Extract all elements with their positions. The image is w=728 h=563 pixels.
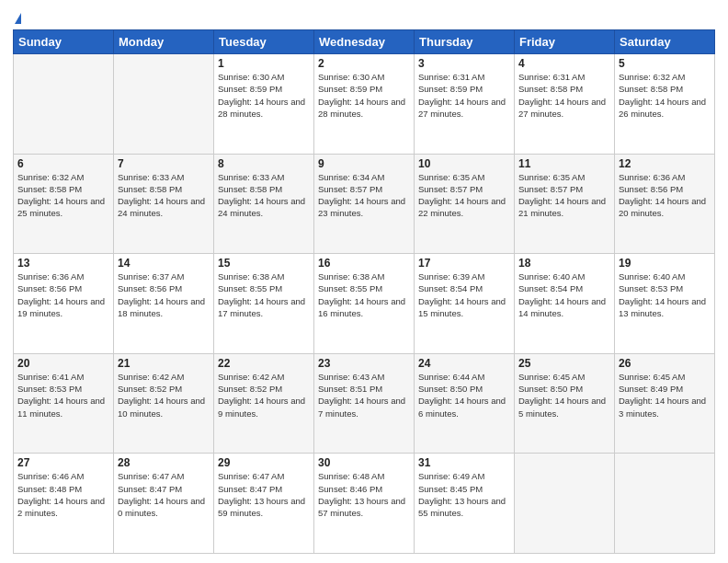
day-info: Sunrise: 6:35 AM Sunset: 8:57 PM Dayligh… [418, 171, 510, 220]
day-info: Sunrise: 6:32 AM Sunset: 8:58 PM Dayligh… [619, 71, 711, 120]
day-number: 9 [318, 157, 410, 170]
day-number: 21 [118, 357, 210, 370]
calendar-cell: 26Sunrise: 6:45 AM Sunset: 8:49 PM Dayli… [615, 353, 715, 454]
day-info: Sunrise: 6:42 AM Sunset: 8:52 PM Dayligh… [218, 371, 310, 419]
day-number: 27 [17, 456, 109, 469]
calendar-cell: 23Sunrise: 6:43 AM Sunset: 8:51 PM Dayli… [314, 353, 415, 454]
day-number: 16 [318, 257, 410, 270]
calendar-cell: 10Sunrise: 6:35 AM Sunset: 8:57 PM Dayli… [415, 154, 515, 254]
calendar-cell: 1Sunrise: 6:30 AM Sunset: 8:59 PM Daylig… [214, 54, 314, 155]
calendar-cell: 15Sunrise: 6:38 AM Sunset: 8:55 PM Dayli… [214, 254, 314, 354]
calendar-cell: 2Sunrise: 6:30 AM Sunset: 8:59 PM Daylig… [314, 54, 415, 155]
day-info: Sunrise: 6:48 AM Sunset: 8:46 PM Dayligh… [318, 470, 410, 519]
day-info: Sunrise: 6:31 AM Sunset: 8:59 PM Dayligh… [418, 71, 510, 120]
day-number: 13 [17, 257, 109, 270]
col-header-friday: Friday [515, 30, 615, 54]
calendar-cell: 14Sunrise: 6:37 AM Sunset: 8:56 PM Dayli… [114, 254, 214, 354]
calendar-cell: 18Sunrise: 6:40 AM Sunset: 8:54 PM Dayli… [515, 254, 615, 354]
calendar-cell: 13Sunrise: 6:36 AM Sunset: 8:56 PM Dayli… [14, 254, 114, 354]
col-header-tuesday: Tuesday [214, 30, 314, 54]
calendar-cell: 3Sunrise: 6:31 AM Sunset: 8:59 PM Daylig… [415, 54, 515, 155]
calendar-cell: 7Sunrise: 6:33 AM Sunset: 8:58 PM Daylig… [114, 154, 214, 254]
calendar-cell: 28Sunrise: 6:47 AM Sunset: 8:47 PM Dayli… [114, 454, 214, 554]
calendar-cell: 5Sunrise: 6:32 AM Sunset: 8:58 PM Daylig… [615, 54, 715, 155]
calendar-cell: 22Sunrise: 6:42 AM Sunset: 8:52 PM Dayli… [214, 353, 314, 454]
col-header-thursday: Thursday [415, 30, 515, 54]
day-info: Sunrise: 6:36 AM Sunset: 8:56 PM Dayligh… [17, 270, 109, 319]
day-number: 3 [418, 57, 510, 70]
day-number: 31 [418, 456, 510, 469]
calendar-cell: 25Sunrise: 6:45 AM Sunset: 8:50 PM Dayli… [515, 353, 615, 454]
page: SundayMondayTuesdayWednesdayThursdayFrid… [0, 0, 728, 563]
day-info: Sunrise: 6:30 AM Sunset: 8:59 PM Dayligh… [218, 71, 310, 120]
logo-triangle-icon [15, 13, 21, 24]
calendar-cell: 27Sunrise: 6:46 AM Sunset: 8:48 PM Dayli… [14, 454, 114, 554]
day-number: 12 [619, 157, 711, 170]
calendar-cell: 20Sunrise: 6:41 AM Sunset: 8:53 PM Dayli… [14, 353, 114, 454]
day-number: 6 [17, 157, 109, 170]
day-number: 17 [418, 257, 510, 270]
day-info: Sunrise: 6:31 AM Sunset: 8:58 PM Dayligh… [518, 71, 610, 120]
day-number: 15 [218, 257, 310, 270]
day-info: Sunrise: 6:33 AM Sunset: 8:58 PM Dayligh… [218, 171, 310, 220]
day-number: 30 [318, 456, 410, 469]
day-number: 10 [418, 157, 510, 170]
calendar-cell: 31Sunrise: 6:49 AM Sunset: 8:45 PM Dayli… [415, 454, 515, 554]
day-number: 4 [518, 57, 610, 70]
day-info: Sunrise: 6:37 AM Sunset: 8:56 PM Dayligh… [118, 270, 210, 319]
calendar-cell: 17Sunrise: 6:39 AM Sunset: 8:54 PM Dayli… [415, 254, 515, 354]
day-number: 8 [218, 157, 310, 170]
day-info: Sunrise: 6:40 AM Sunset: 8:54 PM Dayligh… [518, 270, 610, 319]
day-info: Sunrise: 6:38 AM Sunset: 8:55 PM Dayligh… [218, 270, 310, 319]
calendar-cell: 30Sunrise: 6:48 AM Sunset: 8:46 PM Dayli… [314, 454, 415, 554]
day-info: Sunrise: 6:44 AM Sunset: 8:50 PM Dayligh… [418, 371, 510, 419]
day-info: Sunrise: 6:38 AM Sunset: 8:55 PM Dayligh… [318, 270, 410, 319]
day-number: 24 [418, 357, 510, 370]
day-number: 5 [619, 57, 711, 70]
day-info: Sunrise: 6:47 AM Sunset: 8:47 PM Dayligh… [218, 470, 310, 519]
calendar-cell: 8Sunrise: 6:33 AM Sunset: 8:58 PM Daylig… [214, 154, 314, 254]
day-info: Sunrise: 6:47 AM Sunset: 8:47 PM Dayligh… [118, 470, 210, 519]
day-info: Sunrise: 6:43 AM Sunset: 8:51 PM Dayligh… [318, 371, 410, 419]
calendar-cell: 12Sunrise: 6:36 AM Sunset: 8:56 PM Dayli… [615, 154, 715, 254]
day-number: 19 [619, 257, 711, 270]
day-number: 7 [118, 157, 210, 170]
day-number: 2 [318, 57, 410, 70]
calendar-table: SundayMondayTuesdayWednesdayThursdayFrid… [13, 29, 715, 554]
calendar-cell: 19Sunrise: 6:40 AM Sunset: 8:53 PM Dayli… [615, 254, 715, 354]
day-info: Sunrise: 6:32 AM Sunset: 8:58 PM Dayligh… [17, 171, 109, 220]
day-number: 11 [518, 157, 610, 170]
calendar-cell [615, 454, 715, 554]
calendar-cell: 29Sunrise: 6:47 AM Sunset: 8:47 PM Dayli… [214, 454, 314, 554]
day-number: 29 [218, 456, 310, 469]
calendar-cell: 24Sunrise: 6:44 AM Sunset: 8:50 PM Dayli… [415, 353, 515, 454]
calendar-cell [515, 454, 615, 554]
day-number: 22 [218, 357, 310, 370]
col-header-sunday: Sunday [14, 30, 114, 54]
calendar-cell: 21Sunrise: 6:42 AM Sunset: 8:52 PM Dayli… [114, 353, 214, 454]
day-info: Sunrise: 6:36 AM Sunset: 8:56 PM Dayligh… [619, 171, 711, 220]
day-info: Sunrise: 6:49 AM Sunset: 8:45 PM Dayligh… [418, 470, 510, 519]
day-info: Sunrise: 6:34 AM Sunset: 8:57 PM Dayligh… [318, 171, 410, 220]
calendar-cell: 16Sunrise: 6:38 AM Sunset: 8:55 PM Dayli… [314, 254, 415, 354]
day-info: Sunrise: 6:40 AM Sunset: 8:53 PM Dayligh… [619, 270, 711, 319]
calendar-cell: 11Sunrise: 6:35 AM Sunset: 8:57 PM Dayli… [515, 154, 615, 254]
day-number: 20 [17, 357, 109, 370]
day-number: 23 [318, 357, 410, 370]
day-info: Sunrise: 6:30 AM Sunset: 8:59 PM Dayligh… [318, 71, 410, 120]
day-number: 14 [118, 257, 210, 270]
day-info: Sunrise: 6:33 AM Sunset: 8:58 PM Dayligh… [118, 171, 210, 220]
day-number: 28 [118, 456, 210, 469]
logo [13, 9, 21, 24]
day-number: 18 [518, 257, 610, 270]
col-header-wednesday: Wednesday [314, 30, 415, 54]
calendar-cell: 6Sunrise: 6:32 AM Sunset: 8:58 PM Daylig… [14, 154, 114, 254]
day-info: Sunrise: 6:39 AM Sunset: 8:54 PM Dayligh… [418, 270, 510, 319]
day-number: 25 [518, 357, 610, 370]
day-info: Sunrise: 6:45 AM Sunset: 8:49 PM Dayligh… [619, 371, 711, 419]
day-number: 1 [218, 57, 310, 70]
calendar-cell [114, 54, 214, 155]
day-info: Sunrise: 6:41 AM Sunset: 8:53 PM Dayligh… [17, 371, 109, 419]
day-info: Sunrise: 6:35 AM Sunset: 8:57 PM Dayligh… [518, 171, 610, 220]
calendar-cell: 4Sunrise: 6:31 AM Sunset: 8:58 PM Daylig… [515, 54, 615, 155]
